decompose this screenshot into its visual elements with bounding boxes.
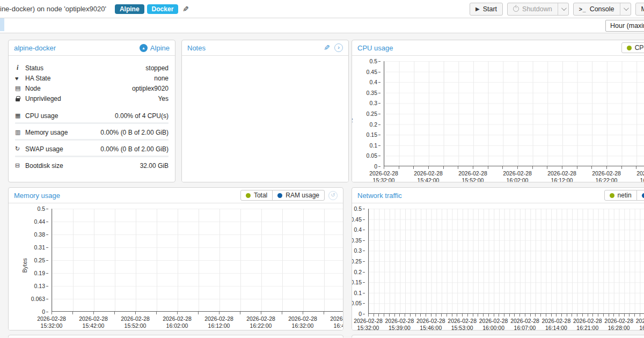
row-label: SWAP usage — [25, 145, 63, 153]
y-axis-tick-label: 0.5 — [37, 205, 45, 212]
y-axis-tick-label: 0 — [42, 308, 45, 315]
x-axis-tick-label: 2026-02-2816:02:00 — [503, 170, 532, 182]
top-toolbar: ine-docker) on node 'optiplex9020' Alpin… — [0, 0, 644, 18]
memory-usage-chart: Bytes 0.50.440.380.310.250.190.130.0630 … — [9, 203, 343, 330]
cpu-chart-plot-area[interactable] — [384, 61, 644, 166]
row-value: 0.00% (0 B of 2.00 GiB) — [100, 145, 169, 153]
y-axis-tick-label: 0.2 — [369, 121, 377, 128]
network-chart-legend: netinnetout — [604, 190, 644, 201]
y-axis-tick-label: 0.45 — [367, 69, 377, 75]
edit-tags-pencil-icon[interactable]: ✎ — [182, 5, 189, 13]
legend-dot-icon — [277, 193, 282, 198]
disk-icon: ⊟ — [15, 162, 25, 169]
tag-alpine: Alpine — [115, 4, 144, 14]
node-icon: ▤ — [15, 85, 25, 92]
x-axis-tick-label: 2026-02-2815:42:00 — [79, 315, 108, 329]
shutdown-dropdown-arrow[interactable] — [558, 3, 568, 15]
row-label: Bootdisk size — [25, 162, 63, 170]
more-button[interactable]: More — [635, 3, 644, 16]
y-axis-tick-label: 0.25 — [34, 257, 45, 263]
memory-chart-legend: TotalRAM usage — [240, 190, 325, 201]
status-row: ▦CPU usage0.00% of 4 CPU(s) — [15, 111, 169, 121]
chevron-down-icon — [623, 5, 628, 11]
x-axis-tick-label: 2026-02-2816:41:00 — [330, 315, 343, 329]
y-axis-tick-label: 0.15 — [367, 131, 377, 138]
swap-icon: ↻ — [15, 145, 25, 152]
y-axis-tick-label: 0.1 — [354, 290, 362, 296]
x-axis-tick-label: 2026-02-2815:46:00 — [416, 318, 445, 330]
legend-total[interactable]: Total — [240, 190, 273, 201]
y-axis-tick-label: 0.2 — [354, 269, 362, 275]
y-axis-tick-label: 0.15 — [352, 279, 362, 285]
undo-zoom-icon[interactable]: ↺ — [328, 191, 338, 200]
x-axis-tick-label: 2026-02-2815:52:00 — [458, 170, 487, 182]
network-chart-plot-area[interactable] — [368, 209, 644, 314]
play-icon: ▶ — [475, 6, 480, 12]
legend-netout[interactable]: netout — [636, 190, 644, 201]
heartbeat-icon: ♥ — [15, 75, 25, 82]
expand-notes-icon[interactable]: › — [334, 43, 343, 52]
memory-chart-plot-area[interactable] — [52, 209, 343, 312]
y-axis-tick-label: 0.4 — [369, 79, 377, 85]
legend-ram-usage[interactable]: RAM usage — [272, 190, 325, 201]
x-axis-tick-label: 2026-02-2815:32:00 — [37, 315, 66, 329]
y-axis-tick-label: 0.45 — [352, 216, 362, 223]
terminal-icon: >_ — [579, 6, 587, 12]
timerange-select[interactable]: Hour (maximum) — [605, 20, 644, 32]
row-value: 0.00% (0 B of 2.00 GiB) — [100, 129, 169, 136]
power-icon — [513, 6, 519, 12]
status-rows: iStatusstopped♥HA Statenone▤Nodeoptiplex… — [9, 56, 175, 173]
os-badge: ▲ Alpine — [140, 44, 170, 52]
row-value: optiplex9020 — [132, 85, 169, 92]
y-axis-tick-label: 0.35 — [352, 237, 362, 244]
shutdown-button[interactable]: Shutdown — [507, 3, 569, 16]
notes-content[interactable] — [182, 56, 348, 182]
y-axis-tick-label: 0 — [358, 311, 362, 317]
memory-icon: ▥ — [15, 129, 25, 136]
x-axis-tick-label: 2026-02-2816:02:00 — [163, 315, 192, 329]
cpu-usage-chart: % 0.50.450.40.350.30.250.20.150.10.050 2… — [352, 56, 644, 182]
legend-netin[interactable]: netin — [604, 190, 637, 201]
x-axis-tick-label: 2026-02-2816:12:00 — [547, 170, 576, 182]
panel-partial — [8, 335, 343, 337]
x-axis-tick-label: 2026-02-2816:21:00 — [573, 318, 602, 330]
alpine-logo-icon: ▲ — [140, 44, 148, 52]
page-title: ine-docker) on node 'optiplex9020' — [0, 5, 106, 13]
console-button[interactable]: >_Console — [573, 3, 631, 16]
row-value: 32.00 GiB — [140, 162, 169, 170]
notes-panel: Notes ✎ › — [181, 40, 349, 182]
summary-content: alpine-docker ▲ Alpine iStatusstopped♥HA… — [0, 33, 644, 337]
edit-notes-icon[interactable]: ✎ — [324, 43, 330, 52]
y-axis-tick-label: 0.1 — [369, 142, 377, 149]
x-axis-tick-label: 2026-02-2815:32:00 — [369, 170, 398, 182]
panel-partial — [352, 335, 644, 337]
y-axis-tick-label: 0.05 — [367, 152, 377, 159]
console-dropdown-arrow[interactable] — [620, 3, 631, 15]
x-axis-tick-label: 2026-02-2815:53:00 — [448, 318, 477, 330]
status-row: iStatusstopped — [15, 63, 169, 73]
y-axis-tick-label: 0.4 — [354, 226, 362, 233]
x-axis-tick-label: 2026-02-2816:22:00 — [246, 315, 275, 329]
status-panel: alpine-docker ▲ Alpine iStatusstopped♥HA… — [8, 40, 175, 182]
status-panel-header: alpine-docker ▲ Alpine — [9, 40, 175, 56]
info-icon: i — [15, 64, 25, 72]
container-name: alpine-docker — [14, 44, 56, 52]
y-axis-tick-label: 0 — [374, 163, 377, 170]
x-axis-tick-label: 2026-02-2815:42:00 — [414, 170, 443, 182]
usage-progress-bar — [15, 156, 169, 157]
resource-tree-edge — [0, 18, 4, 31]
status-row: ♥HA Statenone — [15, 73, 169, 83]
legend-cpu-usage[interactable]: CPU usage — [621, 42, 644, 53]
start-button[interactable]: ▶Start — [470, 3, 503, 16]
x-axis-tick-label: 2026-02-2816:28:00 — [604, 318, 633, 330]
y-axis-tick-label: 0.05 — [352, 300, 362, 306]
summary-subbar: Hour (maximum) — [0, 18, 644, 33]
status-row: ↻SWAP usage0.00% (0 B of 2.00 GiB) — [15, 144, 169, 154]
x-axis-tick-label: 2026-02-2816:00:00 — [479, 318, 508, 330]
y-axis-tick-label: 0.19 — [34, 270, 45, 276]
y-axis-tick-label: 0.3 — [354, 247, 362, 254]
x-axis-tick-label: 2026-02-2816:12:00 — [204, 315, 233, 329]
network-traffic-panel: Network traffic netinnetout 0.50.450.40.… — [352, 187, 644, 330]
row-label: Node — [25, 85, 41, 92]
y-axis-tick-label: 0.3 — [369, 100, 377, 106]
